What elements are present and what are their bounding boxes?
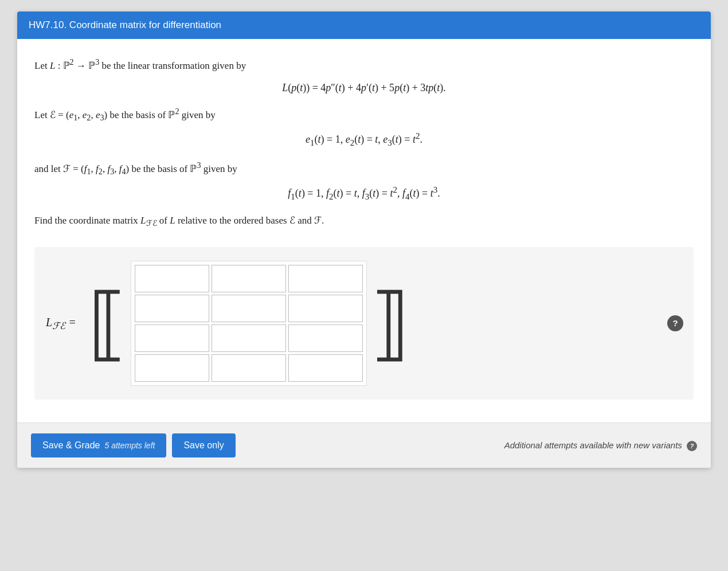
matrix-cell-3-0[interactable] xyxy=(135,354,209,382)
matrix-cell-2-1[interactable] xyxy=(212,324,286,352)
matrix-grid xyxy=(131,261,367,386)
matrix-input-1-2[interactable] xyxy=(289,295,362,322)
problem-line3: and let ℱ = (f1, f2, f3, f4) be the basi… xyxy=(34,158,694,178)
matrix-input-2-2[interactable] xyxy=(289,325,362,351)
main-card: HW7.10. Coordinate matrix for differenti… xyxy=(17,11,711,468)
page-header: HW7.10. Coordinate matrix for differenti… xyxy=(17,11,711,39)
matrix-cell-3-1[interactable] xyxy=(212,354,286,382)
additional-text: Additional attempts available with new v… xyxy=(504,440,682,450)
matrix-input-3-2[interactable] xyxy=(289,355,362,381)
matrix-input-2-1[interactable] xyxy=(212,325,285,351)
matrix-cell-2-2[interactable] xyxy=(288,324,363,352)
matrix-cell-0-0[interactable] xyxy=(135,265,209,292)
formula3: f1(t) = 1, f2(t) = t, f3(t) = t2, f4(t) … xyxy=(34,183,694,204)
matrix-label: Lℱℰ = xyxy=(46,312,76,334)
matrix-cell-1-2[interactable] xyxy=(288,295,363,322)
matrix-input-1-1[interactable] xyxy=(212,295,285,322)
matrix-bracket-container: ⟦ xyxy=(88,261,410,386)
help-button[interactable]: ? xyxy=(667,315,683,331)
matrix-input-2-0[interactable] xyxy=(135,325,209,351)
bracket-left-icon: ⟦ xyxy=(88,283,127,363)
problem-content: Let L : ℙ2 → ℙ3 be the linear transforma… xyxy=(17,39,711,423)
info-icon[interactable]: ? xyxy=(687,441,697,451)
matrix-input-1-0[interactable] xyxy=(135,295,209,322)
matrix-input-0-1[interactable] xyxy=(212,265,285,292)
matrix-cell-0-1[interactable] xyxy=(212,265,286,292)
matrix-input-0-0[interactable] xyxy=(135,265,209,292)
formula1: L(p(t)) = 4p″(t) + 4p′(t) + 5p(t) + 3tp(… xyxy=(34,79,694,97)
attempts-label: 5 attempts left xyxy=(105,441,155,450)
matrix-section: Lℱℰ = ⟦ xyxy=(34,247,694,400)
bracket-right-icon: ⟧ xyxy=(370,283,410,363)
problem-line4: Find the coordinate matrix Lℱℰ of L rela… xyxy=(34,213,694,230)
matrix-input-3-1[interactable] xyxy=(212,355,285,381)
save-only-button[interactable]: Save only xyxy=(172,433,235,457)
header-title: HW7.10. Coordinate matrix for differenti… xyxy=(29,19,221,30)
problem-line2: Let ℰ = (e1, e2, e3) be the basis of ℙ2 … xyxy=(34,104,694,124)
footer-bar: Save & Grade 5 attempts left Save only A… xyxy=(17,423,711,468)
matrix-cell-0-2[interactable] xyxy=(288,265,363,292)
matrix-cell-3-2[interactable] xyxy=(288,354,363,382)
save-only-label: Save only xyxy=(183,440,224,450)
additional-attempts-text: Additional attempts available with new v… xyxy=(504,440,697,451)
formula2: e1(t) = 1, e2(t) = t, e3(t) = t2. xyxy=(34,129,694,150)
matrix-cell-2-0[interactable] xyxy=(135,324,209,352)
save-grade-button[interactable]: Save & Grade 5 attempts left xyxy=(31,433,166,457)
matrix-input-0-2[interactable] xyxy=(289,265,362,292)
save-grade-label: Save & Grade xyxy=(42,440,100,451)
question-mark-icon: ? xyxy=(672,316,678,331)
matrix-cell-1-0[interactable] xyxy=(135,295,209,322)
matrix-input-3-0[interactable] xyxy=(135,355,209,381)
problem-line1: Let L : ℙ2 → ℙ3 be the linear transforma… xyxy=(34,55,694,75)
matrix-cell-1-1[interactable] xyxy=(212,295,286,322)
